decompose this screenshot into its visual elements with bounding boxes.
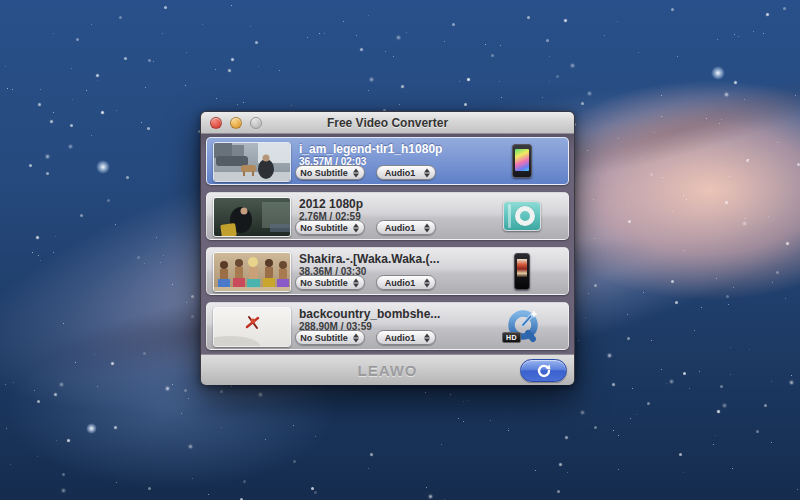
video-row[interactable]: i_am_legend-tlr1_h1080p 36.57M / 02:03 N… xyxy=(206,137,569,185)
subtitle-value: No Subtitle xyxy=(300,168,348,178)
updown-arrows-icon xyxy=(353,223,359,232)
video-thumbnail xyxy=(213,197,291,237)
minimize-icon[interactable] xyxy=(230,117,242,129)
video-title: Shakira.-.[Waka.Waka.(... xyxy=(299,252,440,266)
subtitle-value: No Subtitle xyxy=(300,223,348,233)
subtitle-value: No Subtitle xyxy=(300,333,348,343)
updown-arrows-icon xyxy=(424,278,430,287)
free-video-converter-window: Free Video Converter xyxy=(200,111,575,385)
window-title: Free Video Converter xyxy=(327,116,448,130)
bright-star xyxy=(96,160,110,174)
window-titlebar[interactable]: Free Video Converter xyxy=(201,112,574,134)
video-title: i_am_legend-tlr1_h1080p xyxy=(299,142,442,156)
audio-value: Audio1 xyxy=(385,168,416,178)
subtitle-dropdown[interactable]: No Subtitle xyxy=(295,165,365,180)
updown-arrows-icon xyxy=(424,168,430,177)
bright-star xyxy=(711,66,725,80)
video-row[interactable]: backcountry_bombshe... 288.90M / 03:59 N… xyxy=(206,302,569,350)
subtitle-value: No Subtitle xyxy=(300,278,348,288)
updown-arrows-icon xyxy=(353,278,359,287)
quicktime-icon: HD xyxy=(502,306,542,346)
audio-dropdown[interactable]: Audio1 xyxy=(376,275,436,290)
close-icon[interactable] xyxy=(210,117,222,129)
video-list: i_am_legend-tlr1_h1080p 36.57M / 02:03 N… xyxy=(201,134,574,354)
video-thumbnail xyxy=(213,307,291,347)
updown-arrows-icon xyxy=(353,333,359,342)
updown-arrows-icon xyxy=(424,223,430,232)
updown-arrows-icon xyxy=(424,333,430,342)
audio-dropdown[interactable]: Audio1 xyxy=(376,165,436,180)
output-device-button[interactable] xyxy=(500,138,544,184)
smartphone-icon xyxy=(512,144,532,178)
output-device-button[interactable] xyxy=(500,193,544,239)
output-device-button[interactable] xyxy=(500,248,544,294)
zoom-icon[interactable] xyxy=(250,117,262,129)
video-title: backcountry_bombshe... xyxy=(299,307,440,321)
bright-star xyxy=(86,423,97,434)
video-title: 2012 1080p xyxy=(299,197,363,211)
updown-arrows-icon xyxy=(353,168,359,177)
output-device-button[interactable]: HD xyxy=(500,303,544,349)
leawo-logo: LEAWO xyxy=(358,362,418,379)
convert-button[interactable] xyxy=(520,359,567,382)
ipod-nano-icon xyxy=(514,253,530,290)
video-thumbnail xyxy=(213,142,291,182)
starfield-bright xyxy=(0,0,1,1)
audio-value: Audio1 xyxy=(385,223,416,233)
hd-badge: HD xyxy=(502,332,521,343)
video-row[interactable]: 2012 1080p 2.76M / 02:59 No Subtitle Aud… xyxy=(206,192,569,240)
audio-value: Audio1 xyxy=(385,278,416,288)
window-controls xyxy=(210,117,262,129)
ipod-shuffle-icon xyxy=(503,201,541,231)
audio-dropdown[interactable]: Audio1 xyxy=(376,330,436,345)
audio-dropdown[interactable]: Audio1 xyxy=(376,220,436,235)
video-row[interactable]: Shakira.-.[Waka.Waka.(... 38.36M / 03:30… xyxy=(206,247,569,295)
video-thumbnail xyxy=(213,252,291,292)
window-bottombar: LEAWO xyxy=(201,354,574,385)
subtitle-dropdown[interactable]: No Subtitle xyxy=(295,275,365,290)
audio-value: Audio1 xyxy=(385,333,416,343)
subtitle-dropdown[interactable]: No Subtitle xyxy=(295,220,365,235)
subtitle-dropdown[interactable]: No Subtitle xyxy=(295,330,365,345)
refresh-convert-icon xyxy=(536,363,552,379)
